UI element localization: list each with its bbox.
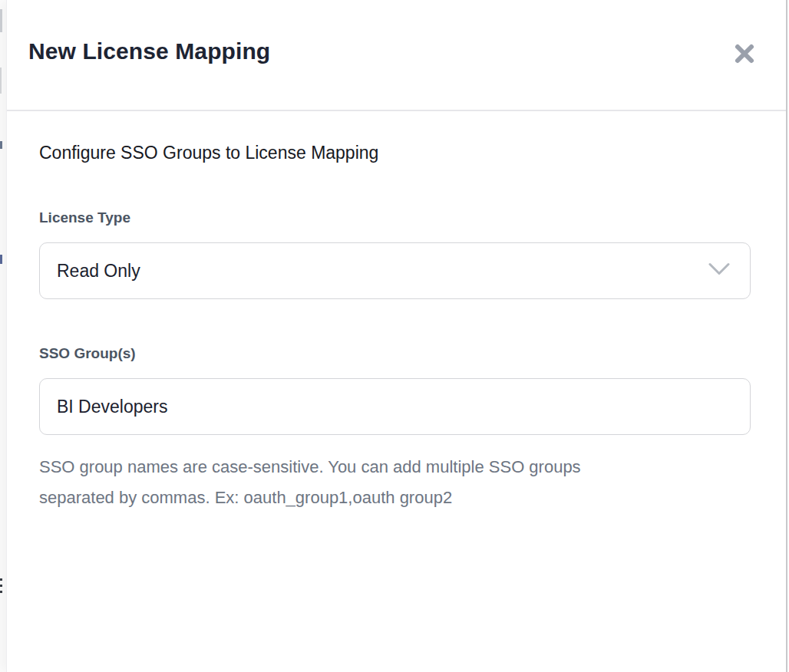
helper-line: separated by commas. Ex: oauth_group1,oa… (39, 483, 751, 513)
window-right-edge (786, 0, 787, 672)
close-button[interactable] (729, 38, 760, 69)
background-list-icon-fragment (0, 578, 2, 581)
background-list-icon-fragment (0, 591, 2, 593)
close-icon (733, 42, 756, 65)
screen: New License Mapping Configure SSO Groups… (0, 0, 789, 672)
background-fragment (0, 141, 2, 149)
helper-line: SSO group names are case-sensitive. You … (39, 452, 751, 483)
new-license-mapping-modal: New License Mapping Configure SSO Groups… (6, 0, 787, 672)
background-page-sliver (0, 0, 6, 672)
background-fragment (0, 255, 2, 264)
sso-groups-label: SSO Group(s) (39, 345, 751, 362)
chevron-down-icon (708, 263, 730, 279)
sso-groups-helper-text: SSO group names are case-sensitive. You … (39, 452, 751, 513)
license-type-select[interactable]: Read Only (39, 242, 751, 299)
sso-groups-input[interactable] (39, 378, 751, 435)
modal-title: New License Mapping (28, 38, 270, 64)
modal-body: Configure SSO Groups to License Mapping … (7, 143, 787, 513)
modal-subtitle: Configure SSO Groups to License Mapping (39, 143, 751, 163)
license-type-label: License Type (39, 209, 751, 226)
license-type-selected-value: Read Only (57, 261, 140, 282)
background-fragment (0, 9, 2, 32)
background-fragment (0, 68, 2, 94)
background-list-icon-fragment (0, 585, 2, 587)
modal-header: New License Mapping (7, 0, 787, 111)
